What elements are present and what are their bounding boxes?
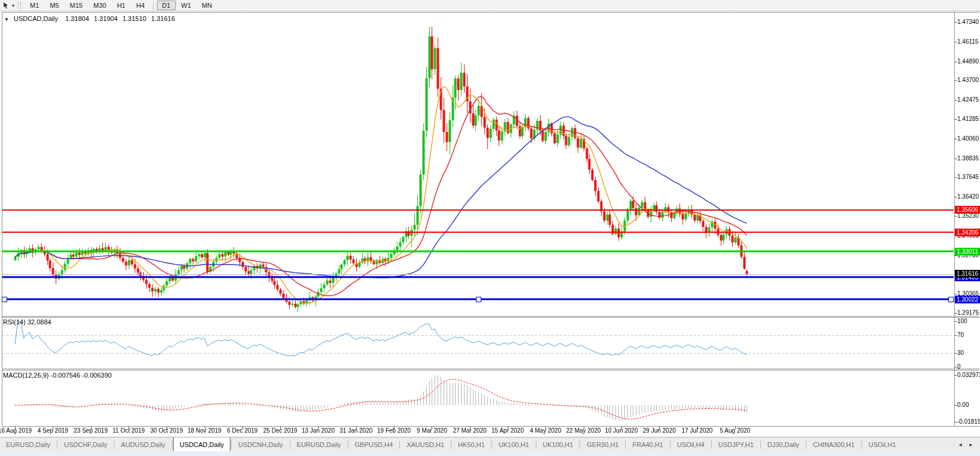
date-tick-label: 31 Jan 2020: [339, 427, 372, 434]
tab-separator: [861, 440, 862, 449]
symbol-period-label: USDCAD,Daily: [14, 15, 58, 22]
chart-tab-usdcnh-daily[interactable]: USDCNH,Daily: [232, 437, 289, 452]
date-tick-label: 4 Sep 2019: [38, 427, 68, 434]
tab-separator: [711, 440, 712, 449]
tab-scroll-left-icon[interactable]: ◄: [955, 441, 966, 449]
chart-tab-bar: EURUSD,DailyUSDCHF,DailyAUDUSD,DailyUSDC…: [0, 437, 980, 452]
tab-scroll-right-icon[interactable]: ►: [966, 441, 976, 449]
date-tick-label: 27 Mar 2020: [453, 427, 487, 434]
date-tick-label: 9 Mar 2020: [417, 427, 447, 434]
price-tick-label: 1.41285: [957, 115, 979, 122]
date-tick-label: 25 Dec 2019: [263, 427, 298, 434]
chart-tab-uk100-h1[interactable]: UK100,H1: [493, 437, 535, 452]
date-tick-label: 10 Jun 2020: [605, 427, 638, 434]
date-tick-label: 19 Feb 2020: [377, 427, 411, 434]
chart-tab-usoil-h4[interactable]: USOil,H4: [671, 437, 711, 452]
date-tick-label: 29 Jun 2020: [643, 427, 676, 434]
timeframe-button-m30[interactable]: M30: [88, 1, 111, 10]
chart-header: ▼ USDCAD,Daily 1.31804 1.31904 1.31510 1…: [4, 15, 178, 22]
chart-tab-eurusd-daily[interactable]: EURUSD,Daily: [291, 437, 347, 452]
date-tick-label: 23 Sep 2019: [74, 427, 108, 434]
hline-price-badge: 1.33011: [955, 248, 980, 256]
rsi-tick-label: 0: [957, 363, 961, 370]
chart-tab-xauusd-h1[interactable]: XAUUSD,H1: [401, 437, 450, 452]
date-tick-label: 5 Aug 2020: [720, 427, 751, 434]
tab-separator: [290, 440, 290, 449]
rsi-indicator-label: RSI(14) 32.0884: [3, 318, 51, 326]
price-tick-label: 1.38835: [957, 155, 979, 162]
price-tick-label: 1.37645: [957, 174, 979, 180]
price-tick-label: 1.46115: [957, 38, 978, 45]
timeframe-button-h4[interactable]: H4: [131, 1, 150, 10]
chart-tab-usdchf-daily[interactable]: USDCHF,Daily: [58, 437, 113, 452]
timeframe-button-mn[interactable]: MN: [196, 1, 217, 10]
chart-tab-gbpusd-h4[interactable]: GBPUSD,H4: [349, 437, 399, 452]
rsi-tick-label: 30: [957, 349, 964, 356]
timeframe-button-d1[interactable]: D1: [157, 1, 176, 10]
timeframe-button-h1[interactable]: H1: [111, 1, 131, 10]
chart-tab-fra40-h1[interactable]: FRA40,H1: [626, 437, 669, 452]
timeframe-button-m1[interactable]: M1: [25, 1, 44, 10]
tab-separator: [451, 440, 451, 449]
open-value: 1.31804: [65, 15, 89, 22]
toolbar-grip[interactable]: [18, 2, 21, 9]
chart-tab-china300-h1[interactable]: CHINA300,H1: [807, 437, 861, 452]
chart-tab-audusd-daily[interactable]: AUDUSD,Daily: [115, 437, 171, 452]
high-value: 1.31904: [94, 15, 118, 22]
rsi-tick-label: 100: [957, 318, 967, 324]
cursor-tool-icon[interactable]: [0, 0, 11, 11]
date-tick-label: 16 Aug 2019: [0, 427, 32, 434]
timeframe-button-m5[interactable]: M5: [44, 1, 64, 10]
hline-price-badge: 1.35606: [955, 206, 980, 214]
tab-separator: [536, 440, 536, 449]
date-tick-label: 17 Jul 2020: [682, 427, 713, 434]
tab-separator: [399, 440, 400, 449]
tab-separator: [57, 440, 57, 449]
low-value: 1.31510: [123, 15, 147, 22]
date-tick-label: 30 Oct 2019: [150, 427, 183, 434]
chart-tab-hk50-h1[interactable]: HK50,H1: [452, 437, 491, 452]
chart-tab-dj30-daily[interactable]: DJ30,Daily: [761, 437, 805, 452]
mt4-chart-window: ▾ M1M5M15M30H1H4D1W1MN ▼ USDCAD,Daily 1.…: [0, 0, 980, 456]
tab-separator: [806, 440, 806, 449]
timeframe-toolbar: ▾ M1M5M15M30H1H4D1W1MN: [0, 0, 980, 11]
date-tick-label: 22 May 2020: [566, 427, 601, 434]
date-tick-label: 15 Apr 2020: [491, 427, 524, 434]
timeframe-button-m15[interactable]: M15: [65, 1, 88, 10]
tab-separator: [114, 440, 114, 449]
chart-tab-uk100-h1[interactable]: UK100,H1: [537, 437, 579, 452]
date-tick-label: 4 May 2020: [530, 427, 561, 434]
rsi-tick-label: 70: [957, 332, 964, 338]
tab-separator: [491, 440, 492, 449]
chart-tab-usdcad-daily[interactable]: USDCAD,Daily: [173, 437, 230, 452]
timeframe-buttons: M1M5M15M30H1H4D1W1MN: [25, 1, 217, 10]
price-tick-label: 1.29175: [957, 309, 979, 316]
tab-separator: [579, 440, 580, 449]
tab-separator: [348, 440, 348, 449]
date-tick-label: 13 Jan 2020: [302, 427, 335, 434]
status-strip: [0, 451, 980, 456]
tab-scroll-arrows: ◄►: [955, 437, 980, 452]
chart-tab-usdjpy-h1[interactable]: USDJPY,H1: [712, 437, 760, 452]
macd-indicator-label: MACD(12,26,9) -0.007546 -0.006390: [3, 372, 112, 379]
macd-tick-label: -0.018154: [957, 418, 980, 425]
tab-separator: [670, 440, 670, 449]
chart-tab-usoil-h1[interactable]: USOil,H1: [863, 437, 902, 452]
price-chart-canvas[interactable]: [0, 0, 980, 456]
collapse-caret-icon[interactable]: ▼: [4, 17, 9, 22]
timeframe-button-w1[interactable]: W1: [176, 1, 197, 10]
date-tick-label: 11 Oct 2019: [113, 427, 145, 434]
price-tick-label: 1.47340: [957, 19, 979, 25]
tab-separator: [760, 440, 761, 449]
price-tick-label: 1.40060: [957, 135, 979, 142]
price-tick-label: 1.36420: [957, 193, 979, 200]
close-value: 1.31616: [151, 15, 175, 22]
tab-separator: [172, 440, 172, 449]
tab-separator: [625, 440, 626, 449]
chart-tab-eurusd-daily[interactable]: EURUSD,Daily: [0, 437, 56, 452]
hline-price-badge: 1.30022: [955, 296, 980, 303]
date-tick-label: 18 Nov 2019: [187, 427, 222, 434]
chart-type-dropdown-caret[interactable]: ▾: [11, 3, 17, 8]
chart-tab-ger30-h1[interactable]: GER30,H1: [581, 437, 624, 452]
price-tick-label: 1.42475: [957, 96, 979, 103]
